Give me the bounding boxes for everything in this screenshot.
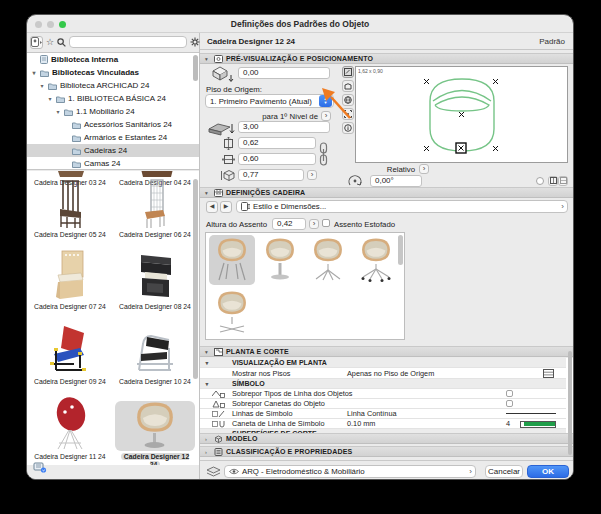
disclosure-open-icon[interactable]: ▾ — [31, 69, 37, 76]
cancel-button[interactable]: Cancelar — [485, 465, 523, 478]
search-input[interactable] — [69, 36, 187, 48]
object-thumb-11[interactable]: Cadeira Designer 11 24 — [30, 401, 110, 461]
disclosure-open-icon[interactable]: ▾ — [47, 95, 53, 102]
disclosure-open-icon[interactable]: ▾ — [55, 108, 61, 115]
tree-item-mobiliario[interactable]: ▾ 1.1 Mobiliário 24 — [27, 105, 199, 118]
dim-b-field[interactable]: 0,60 — [238, 153, 316, 165]
tree-item-biblioteca-basica[interactable]: ▾ 1. BIBLIOTECA BÁSICA 24 — [27, 92, 199, 105]
dim-b-icon — [222, 153, 235, 166]
tree-item-biblioteca-archicad[interactable]: ▾ Biblioteca ARCHICAD 24 — [27, 79, 199, 92]
show-on-stories-row[interactable]: Mostrar nos Pisos Apenas no Piso de Orig… — [200, 368, 566, 379]
pen-color-swatch[interactable] — [520, 421, 556, 428]
collapse-icon[interactable]: ▾ — [205, 190, 211, 196]
dim-a-icon — [222, 137, 235, 150]
seat-height-label: Altura do Assento — [206, 220, 267, 229]
mirror-button-2[interactable] — [558, 176, 568, 186]
chair-preview — [130, 179, 180, 229]
object-thumb-05[interactable]: Cadeira Designer 05 24 — [30, 179, 110, 239]
seat-height-menu-button[interactable]: › — [309, 219, 319, 229]
style-thumb-star-base[interactable] — [305, 235, 351, 285]
elevation-field[interactable]: 0,00 — [238, 67, 330, 79]
dim-height-field[interactable]: 0,77 — [238, 169, 304, 181]
override-pens-row[interactable]: Sobrepor Canetas do Objeto — [200, 399, 566, 409]
gallery-scrollbar[interactable] — [398, 235, 403, 265]
tree-item-acessorios-sanitarios[interactable]: Acessórios Sanitários 24 — [27, 118, 199, 131]
home-story-label: Piso de Origem: — [206, 85, 262, 94]
preview-2d-symbol-button[interactable] — [342, 66, 354, 78]
object-thumb-07[interactable]: Cadeira Designer 07 24 — [30, 251, 110, 311]
object-thumb-06[interactable]: Cadeira Designer 06 24 — [115, 179, 195, 239]
symbol-lines-value[interactable]: Linha Contínua — [347, 409, 397, 418]
page-icon — [241, 202, 250, 211]
mirror-checkbox[interactable] — [536, 177, 544, 185]
thumbnails-scrollbar[interactable] — [193, 179, 198, 379]
tree-item-bibliotecas-vinculadas[interactable]: ▾ Bibliotecas Vinculadas — [27, 66, 199, 79]
collapse-icon[interactable]: › — [205, 436, 211, 442]
title-bar[interactable]: Definições dos Padrões do Objeto — [27, 15, 573, 33]
chair-preview — [44, 249, 96, 301]
collapse-icon[interactable]: › — [205, 449, 211, 455]
symbol-header[interactable]: ▾ SÍMBOLO — [200, 379, 566, 389]
home-story-select[interactable]: 1. Primeiro Pavimento (Atual) ▲▼ — [205, 94, 334, 108]
2d-preview-box[interactable]: 1,62 x 0,90 — [355, 66, 568, 163]
chair-settings-content: ◀ ▶ Estilo e Dimensões... › Altura do As… — [200, 199, 573, 346]
rotation-field[interactable]: 0,00° — [370, 175, 422, 187]
style-thumb-casters[interactable] — [353, 235, 399, 285]
ok-button[interactable]: OK — [527, 465, 569, 478]
style-thumb-pedestal[interactable] — [257, 235, 303, 285]
section-plan-section[interactable]: ▾ PLANTA E CORTE — [200, 346, 573, 357]
object-thumb-10[interactable]: Cadeira Designer 10 24 — [115, 326, 195, 386]
object-thumb-09[interactable]: Cadeira Designer 09 24 — [30, 326, 110, 386]
plan-view-header[interactable]: ▾ VISUALIZAÇÃO EM PLANTA — [200, 358, 566, 368]
section-classification[interactable]: › CLASSIFICAÇÃO E PROPRIEDADES — [200, 446, 573, 457]
collapse-icon[interactable]: ▾ — [205, 349, 211, 355]
chair-preview — [129, 249, 181, 301]
style-thumb-four-legs[interactable] — [209, 235, 255, 285]
chevron-right-icon: › — [561, 202, 564, 211]
search-button[interactable] — [57, 36, 66, 49]
symbol-lines-row[interactable]: Linhas de Símbolo Linha Contínua — [200, 409, 566, 419]
show-on-stories-value[interactable]: Apenas no Piso de Origem — [347, 369, 434, 378]
section-chair-settings[interactable]: ▾ DEFINIÇÕES CADEIRA — [200, 187, 573, 198]
override-pens-checkbox[interactable] — [506, 400, 513, 407]
settings-header: Cadeira Designer 12 24 Padrão — [200, 33, 573, 50]
folder-icon — [72, 147, 81, 155]
style-thumb-x-base[interactable] — [209, 288, 255, 338]
library-loading-icon — [33, 462, 47, 473]
symbol-pen-row[interactable]: Caneta de Linha de Símbolo 0.10 mm 4 — [200, 419, 566, 429]
page-next-button[interactable]: ▶ — [220, 201, 232, 213]
page-prev-button[interactable]: ◀ — [206, 201, 218, 213]
symbol-pen-value[interactable]: 0.10 mm — [347, 419, 375, 428]
library-status-button[interactable] — [33, 459, 47, 477]
style-gallery — [205, 232, 405, 340]
favorites-button[interactable]: ☆ — [46, 36, 54, 49]
tree-item-cadeiras[interactable]: Cadeiras 24 — [27, 144, 199, 157]
object-settings-dialog: Definições dos Padrões do Objeto ☆ — [26, 14, 574, 480]
override-line-types-row[interactable]: Sobrepor Tipos de Linha dos Objetos — [200, 389, 566, 399]
object-browser-toggle[interactable] — [30, 36, 43, 49]
relative-menu-button[interactable]: › — [419, 164, 429, 174]
dim-a-field[interactable]: 0,62 — [238, 137, 316, 149]
tree-item-biblioteca-interna[interactable]: Biblioteca Interna — [27, 53, 199, 66]
upholstered-checkbox[interactable] — [322, 219, 330, 227]
object-thumb-08[interactable]: Cadeira Designer 08 24 — [115, 251, 195, 311]
section-preview-positioning[interactable]: ▾ PRÉ-VISUALIZAÇÃO E POSICIONAMENTO — [200, 53, 573, 64]
settings-scrollbar[interactable] — [568, 351, 572, 455]
tree-scrollbar[interactable] — [193, 55, 198, 81]
collapse-icon[interactable]: ▾ — [205, 56, 211, 62]
override-line-types-checkbox[interactable] — [506, 390, 513, 397]
disclosure-open-icon[interactable]: ▾ — [39, 82, 45, 89]
dim-height-menu-button[interactable]: › — [307, 170, 317, 180]
line-preview[interactable] — [506, 413, 556, 414]
mirror-button-1[interactable] — [548, 176, 558, 186]
tree-item-armarios-estantes[interactable]: Armários e Estantes 24 — [27, 131, 199, 144]
layer-select[interactable]: ARQ - Eletrodoméstico & Mobiliário › — [224, 465, 476, 478]
story-height-field[interactable]: 3,00 — [238, 121, 330, 133]
tree-item-camas[interactable]: Camas 24 — [27, 157, 199, 170]
object-thumb-12-selected[interactable]: Cadeira Designer 12 24 — [115, 401, 195, 465]
section-model[interactable]: › MODELO — [200, 433, 573, 444]
seat-height-field[interactable]: 0,42 — [272, 218, 306, 230]
star-icon: ☆ — [46, 37, 54, 47]
page-selector[interactable]: Estilo e Dimensões... › — [236, 200, 568, 213]
preview-extent-label: 1,62 x 0,90 — [358, 68, 383, 74]
